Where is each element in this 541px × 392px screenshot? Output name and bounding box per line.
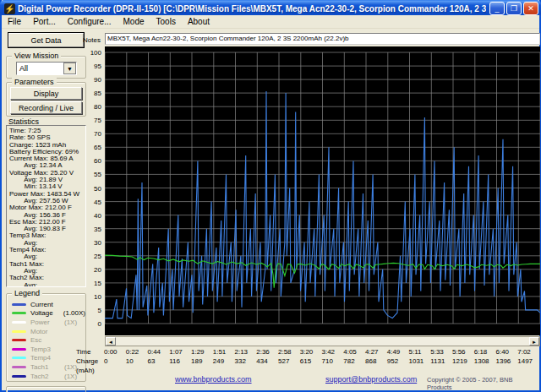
- charge-tick: 434: [256, 357, 267, 365]
- legend-swatch-icon: [12, 357, 26, 359]
- legend-item-label: Temp3: [30, 346, 64, 353]
- chart-h-scrollbar[interactable]: ◄ ►: [105, 336, 540, 346]
- legend-item-temp4[interactable]: Temp4: [7, 354, 85, 363]
- time-tick: 4:05: [343, 348, 357, 356]
- chevron-down-icon[interactable]: ▼: [63, 63, 76, 74]
- charge-tick: 0: [104, 357, 107, 365]
- legend-item-scale: (1X): [64, 318, 77, 326]
- time-tick: 2:36: [256, 348, 270, 356]
- time-tick: 0:22: [126, 348, 139, 356]
- charge-tick: 1308: [474, 357, 489, 365]
- time-tick: 3:42: [322, 348, 336, 356]
- menu-tools[interactable]: Tools: [150, 16, 182, 27]
- charge-tick: 1497: [517, 357, 533, 365]
- legend-item-label: Tach1: [30, 363, 64, 371]
- legend-item-esc[interactable]: Esc: [7, 335, 85, 345]
- time-tick: 5:11: [409, 348, 422, 356]
- y-axis-tick: 80: [85, 103, 101, 111]
- y-axis-tick: 15: [85, 280, 101, 287]
- time-tick: 2:58: [278, 348, 292, 356]
- menu-file[interactable]: File: [2, 16, 27, 27]
- menu-port[interactable]: Port...: [27, 16, 62, 27]
- recording-live-button[interactable]: Recording / Live: [10, 101, 82, 114]
- legend-item-label: Temp4: [30, 354, 64, 362]
- y-axis-tick: 35: [85, 226, 101, 233]
- y-axis-tick: 90: [85, 76, 101, 84]
- time-tick: 6:18: [474, 348, 488, 356]
- y-axis-tick: 30: [85, 239, 101, 247]
- legend-item-scale: (1X): [64, 373, 77, 380]
- charge-tick: 952: [387, 357, 398, 365]
- legend-item-temp3[interactable]: Temp3: [7, 345, 85, 354]
- restore-icon[interactable]: ❐: [506, 2, 522, 15]
- parameters-label: Parameters: [12, 78, 57, 86]
- close-icon[interactable]: ✕: [523, 2, 538, 15]
- window-title: Digital Power Recorder (DPR-II-150) [C:\…: [18, 4, 486, 14]
- charge-tick: 1219: [452, 357, 467, 365]
- charge-tick: 1131: [430, 357, 445, 365]
- y-axis-tick: 65: [85, 144, 101, 151]
- legend-label: Legend: [12, 289, 42, 297]
- legend-swatch-icon: [12, 348, 26, 351]
- menu-configure[interactable]: Configure...: [62, 16, 117, 27]
- legend-item-current[interactable]: Current: [7, 300, 85, 309]
- chart-plot[interactable]: [105, 46, 540, 335]
- display-button[interactable]: Display: [10, 87, 82, 100]
- legend-item-label: Voltage: [30, 309, 63, 317]
- y-axis-tick: 70: [85, 130, 101, 138]
- y-axis-tick: 5: [85, 307, 101, 314]
- legend-item-tach1[interactable]: Tach1(1X): [7, 362, 85, 372]
- time-tick: 1:29: [191, 348, 205, 356]
- y-axis-tick: 95: [85, 63, 101, 70]
- legend-group: Legend CurrentVoltage(1.00X)Power(1X)Mot…: [6, 293, 86, 382]
- legend-swatch-icon: [12, 321, 26, 324]
- view-mission-label: View Mission: [12, 52, 61, 60]
- legend-item-label: Power: [30, 318, 64, 326]
- legend-swatch-icon: [12, 366, 26, 368]
- app-icon: ⚡: [4, 3, 15, 14]
- y-axis-tick: 100: [85, 49, 101, 57]
- charge-tick: 189: [191, 357, 202, 365]
- minimize-icon[interactable]: _: [489, 2, 505, 15]
- scroll-right-icon[interactable]: ►: [529, 337, 539, 346]
- time-tick: 1:07: [169, 348, 183, 356]
- charge-tick: 63: [148, 357, 156, 365]
- legend-item-scale: (1.00X): [63, 309, 85, 317]
- legend-item-label: Esc: [30, 336, 64, 344]
- support-email-link[interactable]: support@bnbproducts.com: [325, 375, 417, 384]
- legend-item-label: Tach2: [30, 373, 64, 380]
- legend-item-motor[interactable]: Motor: [7, 327, 85, 336]
- y-axis-tick: 85: [85, 90, 101, 97]
- notes-field[interactable]: MBX5T, Mega Acn22-30-2, Scorpion Command…: [105, 33, 540, 45]
- get-data-button[interactable]: Get Data: [8, 33, 84, 47]
- statistics-panel: Time: 7:25 Rate: 50 SPS Charge: 1523 mAh…: [6, 125, 86, 287]
- menu-about[interactable]: About: [182, 16, 216, 27]
- charge-tick: 332: [235, 357, 246, 365]
- bottom-empty-group: [6, 386, 86, 392]
- legend-item-tach2[interactable]: Tach2(1X): [7, 372, 85, 381]
- charge-tick: 615: [300, 357, 311, 365]
- legend-swatch-icon: [12, 375, 26, 378]
- charge-row-label: Charge: [76, 357, 105, 365]
- mission-select[interactable]: All ▼: [16, 62, 77, 75]
- legend-item-power[interactable]: Power(1X): [7, 318, 85, 327]
- legend-item-voltage[interactable]: Voltage(1.00X): [7, 309, 85, 318]
- y-axis-tick: 0: [85, 320, 101, 328]
- title-bar[interactable]: ⚡ Digital Power Recorder (DPR-II-150) [C…: [0, 0, 541, 17]
- time-tick: 3:20: [300, 348, 314, 356]
- y-axis-tick: 75: [85, 117, 101, 124]
- y-axis-tick: 55: [85, 171, 101, 178]
- charge-tick: 1396: [496, 357, 511, 365]
- website-link[interactable]: www.bnbproducts.com: [175, 375, 252, 384]
- time-tick: 2:13: [235, 348, 249, 356]
- charge-unit-label: (mAh): [76, 367, 105, 374]
- scroll-left-icon[interactable]: ◄: [106, 337, 116, 346]
- view-mission-group: View Mission All ▼: [6, 56, 86, 79]
- legend-swatch-icon: [12, 312, 26, 314]
- time-tick: 4:49: [387, 348, 401, 356]
- menu-mode[interactable]: Mode: [117, 16, 150, 27]
- y-axis-tick: 60: [85, 157, 101, 165]
- legend-item-label: Motor: [30, 328, 64, 335]
- notes-label: Notes: [83, 36, 103, 44]
- legend-swatch-icon: [12, 303, 26, 306]
